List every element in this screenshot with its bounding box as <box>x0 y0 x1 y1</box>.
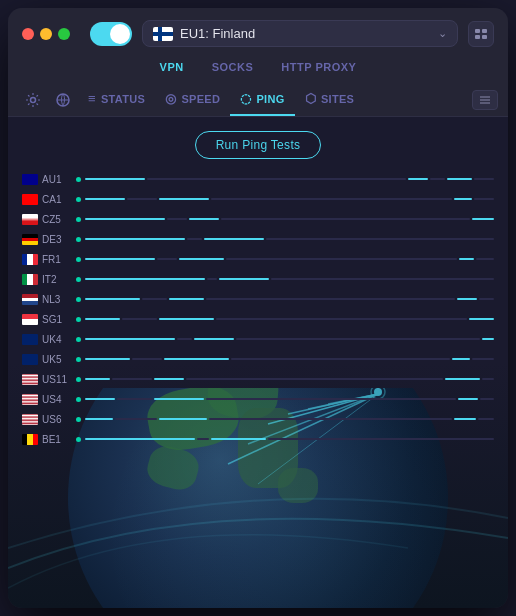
server-code: UK5 <box>42 354 72 365</box>
tab-status[interactable]: ≡ STATUS <box>78 83 155 116</box>
protocol-tab-http[interactable]: HTTP PROXY <box>277 59 360 75</box>
ping-bars <box>85 418 494 420</box>
ping-dot <box>76 297 81 302</box>
ping-dot <box>76 417 81 422</box>
server-flag-it <box>22 274 38 285</box>
close-button[interactable] <box>22 28 34 40</box>
main-content: Run Ping Tests AU1 C <box>8 117 508 608</box>
ping-bars <box>85 438 494 440</box>
list-item: SG1 <box>22 309 494 329</box>
list-item: CZ5 <box>22 209 494 229</box>
tab-sites-label: SITES <box>321 93 354 105</box>
server-flag-ca <box>22 194 38 205</box>
tab-speed[interactable]: ◎ SPEED <box>155 83 230 116</box>
ping-bar-empty <box>430 178 445 180</box>
ping-bars <box>85 278 494 280</box>
svg-rect-3 <box>482 35 487 39</box>
settings-icon <box>25 92 41 108</box>
server-selector[interactable]: EU1: Finland ⌄ <box>142 20 458 47</box>
server-flag-cz <box>22 214 38 225</box>
ping-bars <box>85 338 494 340</box>
ping-dot <box>76 337 81 342</box>
window-options-button[interactable] <box>468 21 494 47</box>
server-code: DE3 <box>42 234 72 245</box>
server-flag-us6 <box>22 414 38 425</box>
ping-dot <box>76 177 81 182</box>
protocol-tabs: VPN SOCKS HTTP PROXY <box>8 55 508 83</box>
server-flag-uk5 <box>22 354 38 365</box>
ping-dot <box>76 397 81 402</box>
server-code: US11 <box>42 374 72 385</box>
server-code: CZ5 <box>42 214 72 225</box>
globe-button[interactable] <box>48 85 78 115</box>
server-flag-icon <box>153 27 173 41</box>
server-code: IT2 <box>42 274 72 285</box>
server-code: NL3 <box>42 294 72 305</box>
ping-dot <box>76 317 81 322</box>
ping-dot <box>76 197 81 202</box>
tab-sites[interactable]: ⬡ SITES <box>295 83 365 116</box>
status-icon: ≡ <box>88 91 96 106</box>
ping-dot <box>76 437 81 442</box>
ping-bars <box>85 198 494 200</box>
list-item: DE3 <box>22 229 494 249</box>
server-flag-nl <box>22 294 38 305</box>
ping-bars <box>85 258 494 260</box>
list-item: NL3 <box>22 289 494 309</box>
expand-button[interactable] <box>472 90 498 110</box>
ping-bar-filled <box>408 178 428 180</box>
speed-icon: ◎ <box>165 91 176 106</box>
expand-icon <box>479 95 491 105</box>
ping-dot <box>76 377 81 382</box>
list-item: US6 <box>22 409 494 429</box>
minimize-button[interactable] <box>40 28 52 40</box>
list-item: AU1 <box>22 169 494 189</box>
protocol-tab-vpn[interactable]: VPN <box>156 59 188 75</box>
vpn-toggle[interactable] <box>90 22 132 46</box>
svg-rect-1 <box>482 29 487 33</box>
protocol-tab-socks[interactable]: SOCKS <box>208 59 258 75</box>
server-code: US6 <box>42 414 72 425</box>
traffic-lights <box>22 28 70 40</box>
ping-dot <box>76 237 81 242</box>
ping-bars <box>85 398 494 400</box>
svg-rect-0 <box>475 29 480 33</box>
ping-dot <box>76 277 81 282</box>
titlebar: EU1: Finland ⌄ <box>8 8 508 55</box>
tab-ping[interactable]: ◌ PING <box>230 83 294 116</box>
server-flag-de <box>22 234 38 245</box>
chevron-down-icon: ⌄ <box>438 27 447 40</box>
server-code: FR1 <box>42 254 72 265</box>
list-item: FR1 <box>22 249 494 269</box>
list-item: UK4 <box>22 329 494 349</box>
ping-dot <box>76 357 81 362</box>
ping-bars <box>85 178 494 180</box>
main-window: EU1: Finland ⌄ VPN SOCKS HTTP PROXY <box>8 8 508 608</box>
sites-icon: ⬡ <box>305 91 316 106</box>
server-name: EU1: Finland <box>180 26 431 41</box>
maximize-button[interactable] <box>58 28 70 40</box>
settings-button[interactable] <box>18 85 48 115</box>
ping-dot <box>76 217 81 222</box>
list-item: IT2 <box>22 269 494 289</box>
run-ping-button[interactable]: Run Ping Tests <box>195 131 322 159</box>
server-code: BE1 <box>42 434 72 445</box>
ping-icon: ◌ <box>240 91 251 106</box>
ping-bars <box>85 218 494 220</box>
ping-bar-filled <box>447 178 472 180</box>
tab-status-label: STATUS <box>101 93 145 105</box>
ping-header: Run Ping Tests <box>8 117 508 169</box>
list-item: US11 <box>22 369 494 389</box>
nav-tabs: ≡ STATUS ◎ SPEED ◌ PING ⬡ SITES <box>8 83 508 117</box>
ping-bars <box>85 318 494 320</box>
list-item: US4 <box>22 389 494 409</box>
list-item: CA1 <box>22 189 494 209</box>
globe-icon <box>55 92 71 108</box>
server-flag-fr <box>22 254 38 265</box>
ping-bars <box>85 378 494 380</box>
server-code: SG1 <box>42 314 72 325</box>
server-code: US4 <box>42 394 72 405</box>
server-flag-us4 <box>22 394 38 405</box>
ping-bars <box>85 298 494 300</box>
server-flag-uk <box>22 334 38 345</box>
